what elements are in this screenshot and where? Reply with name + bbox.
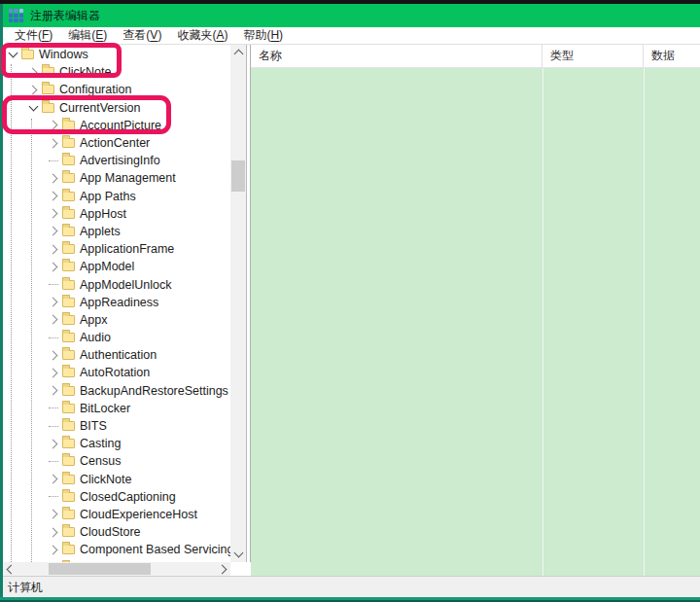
chevron-down-icon[interactable]: [28, 101, 38, 111]
tree-item-accountpicture[interactable]: AccountPicture: [3, 117, 230, 134]
folder-icon: [62, 333, 75, 342]
chevron-right-icon[interactable]: [48, 227, 57, 236]
tree-item-casting[interactable]: Casting: [3, 435, 230, 452]
chevron-right-icon[interactable]: [48, 545, 57, 554]
tree-item-label: Appx: [80, 313, 108, 327]
folder-icon: [62, 421, 75, 431]
tree-item-autorotation[interactable]: AutoRotation: [3, 364, 230, 381]
tree-item-bitlocker[interactable]: BitLocker: [3, 400, 230, 417]
folder-icon: [62, 368, 75, 377]
tree-item-cloudexperiencehost[interactable]: CloudExperienceHost: [3, 506, 230, 523]
values-list-area[interactable]: [251, 68, 700, 576]
folder-icon: [62, 492, 75, 502]
chevron-down-icon[interactable]: [8, 49, 18, 58]
tree-item-label: CloudExperienceHost: [80, 508, 197, 521]
chevron-right-icon[interactable]: [48, 298, 57, 307]
tree-item-applicationframe[interactable]: ApplicationFrame: [3, 240, 230, 258]
menu-item-f[interactable]: 文件(F): [7, 27, 60, 44]
tree-item-label: BitLocker: [80, 402, 130, 415]
tree-item-actioncenter[interactable]: ActionCenter: [3, 134, 230, 152]
chevron-right-icon[interactable]: [48, 350, 57, 360]
tree-item-label: Configuration: [59, 83, 131, 96]
tree-item-authentication[interactable]: Authentication: [3, 346, 230, 364]
tree-connector: [49, 407, 58, 408]
tree-item-label: Casting: [80, 437, 121, 450]
menu-item-a[interactable]: 收藏夹(A): [169, 27, 235, 44]
tree-item-appmodelunlock[interactable]: AppModelUnlock: [3, 275, 230, 293]
status-text: 计算机: [8, 580, 43, 596]
registry-tree-panel[interactable]: WindowsClickNoteConfigurationCurrentVers…: [3, 45, 230, 562]
tree-item-label: App Paths: [80, 190, 136, 203]
chevron-right-icon[interactable]: [48, 138, 57, 148]
chevron-right-icon[interactable]: [27, 86, 37, 95]
chevron-right-icon[interactable]: [48, 121, 57, 130]
folder-icon: [62, 350, 75, 360]
folder-icon: [62, 280, 75, 290]
menu-item-h[interactable]: 帮助(H): [235, 27, 291, 44]
menu-bar: 文件(F)编辑(E)查看(V)收藏夹(A)帮助(H): [3, 27, 700, 45]
chevron-right-icon[interactable]: [48, 315, 57, 325]
chevron-right-icon[interactable]: [48, 192, 57, 201]
chevron-right-icon[interactable]: [48, 262, 57, 271]
tree-item-cloudstore[interactable]: CloudStore: [3, 523, 230, 541]
tree-item-appx[interactable]: Appx: [3, 311, 230, 329]
tree-item-label: Census: [80, 454, 121, 468]
tree-item-audio[interactable]: Audio: [3, 329, 230, 346]
chevron-right-icon[interactable]: [48, 527, 57, 537]
scroll-left-arrow-icon[interactable]: [3, 562, 17, 576]
scroll-right-arrow-icon[interactable]: [217, 562, 230, 576]
tree-item-backupandrestoresettings[interactable]: BackupAndRestoreSettings: [3, 382, 230, 400]
tree-item-advertisinginfo[interactable]: AdvertisingInfo: [3, 152, 230, 169]
tree-item-census[interactable]: Census: [3, 452, 230, 470]
folder-icon: [21, 50, 34, 59]
menu-item-e[interactable]: 编辑(E): [60, 27, 115, 44]
folder-icon: [62, 456, 75, 466]
tree-item-label: ClickNote: [80, 473, 132, 486]
tree-item-apphost[interactable]: AppHost: [3, 205, 230, 223]
tree-item-label: CurrentVersion: [59, 101, 140, 115]
tree-horizontal-scrollbar[interactable]: [3, 562, 230, 576]
tree-item-label: App Management: [80, 171, 176, 185]
tree-item-label: AutoRotation: [80, 366, 150, 379]
values-panel: 名称 类型 数据: [251, 45, 700, 576]
tree-item-label: Authentication: [80, 348, 157, 362]
tree-item-windows[interactable]: Windows: [3, 46, 230, 63]
chevron-right-icon[interactable]: [48, 510, 57, 519]
tree-item-applets[interactable]: Applets: [3, 223, 230, 240]
folder-icon: [62, 298, 75, 307]
chevron-right-icon[interactable]: [48, 209, 57, 219]
chevron-right-icon[interactable]: [48, 369, 57, 378]
tree-item-closedcaptioning[interactable]: ClosedCaptioning: [3, 488, 230, 506]
chevron-right-icon[interactable]: [27, 67, 37, 77]
horizontal-scrollbar-thumb[interactable]: [49, 563, 151, 575]
screenshot-left-border: [0, 4, 3, 602]
tree-item-clicknote[interactable]: ClickNote: [3, 63, 230, 81]
scroll-up-arrow-icon[interactable]: [230, 45, 246, 60]
tree-item-bits[interactable]: BITS: [3, 417, 230, 435]
chevron-right-icon[interactable]: [48, 475, 57, 484]
column-header-name[interactable]: 名称: [251, 45, 542, 67]
menu-item-v[interactable]: 查看(V): [115, 27, 169, 44]
chevron-right-icon[interactable]: [48, 386, 57, 396]
vertical-scrollbar-thumb[interactable]: [231, 160, 245, 192]
chevron-right-icon[interactable]: [48, 439, 57, 448]
tree-item-appreadiness[interactable]: AppReadiness: [3, 294, 230, 311]
chevron-right-icon[interactable]: [48, 244, 57, 254]
column-divider: [542, 68, 543, 576]
column-header-data[interactable]: 数据: [644, 45, 700, 67]
tree-item-appmodel[interactable]: AppModel: [3, 258, 230, 275]
tree-item-app-management[interactable]: App Management: [3, 169, 230, 187]
chevron-right-icon[interactable]: [48, 173, 57, 183]
tree-item-component-based-servicing[interactable]: Component Based Servicing: [3, 541, 230, 558]
scroll-down-arrow-icon[interactable]: [230, 547, 246, 562]
tree-item-app-paths[interactable]: App Paths: [3, 188, 230, 205]
tree-item-clicknote[interactable]: ClickNote: [3, 471, 230, 488]
values-list-header: 名称 类型 数据: [251, 45, 700, 68]
folder-icon: [62, 121, 75, 130]
tree-item-currentversion[interactable]: CurrentVersion: [3, 99, 230, 117]
tree-item-configuration[interactable]: Configuration: [3, 81, 230, 98]
column-header-type[interactable]: 类型: [542, 45, 644, 67]
status-bar: 计算机: [3, 576, 700, 598]
tree-item-label: Audio: [80, 331, 111, 344]
tree-vertical-scrollbar[interactable]: [230, 45, 246, 562]
